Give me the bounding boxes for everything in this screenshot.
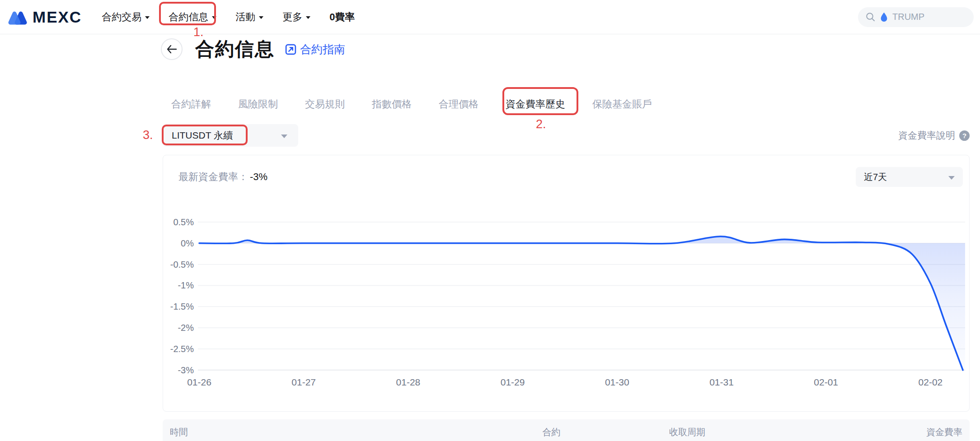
tab-contract-details[interactable]: 合約詳解 bbox=[171, 97, 211, 111]
tab-trading-rules[interactable]: 交易規則 bbox=[305, 97, 345, 111]
chevron-down-icon bbox=[948, 176, 955, 180]
search-box[interactable] bbox=[858, 7, 974, 27]
tab-funding-rate-history[interactable]: 資金費率歷史 bbox=[506, 97, 565, 111]
hot-flame-icon bbox=[880, 12, 888, 22]
funding-rate-area-fill bbox=[199, 237, 965, 370]
question-mark-icon: ? bbox=[959, 130, 970, 141]
tab-insurance-fund[interactable]: 保險基金賬戶 bbox=[592, 97, 652, 111]
card-header: 最新資金費率： -3% 近7天 bbox=[163, 155, 969, 187]
back-button[interactable] bbox=[161, 38, 183, 60]
y-axis-tick: -3% bbox=[178, 365, 194, 375]
x-axis-tick: 01-27 bbox=[291, 377, 316, 387]
top-nav: MEXC 合約交易 合約信息 活動 更多 0費率 bbox=[0, 0, 980, 34]
nav-item-futures-trading[interactable]: 合約交易 bbox=[99, 8, 152, 27]
funding-rate-line bbox=[199, 237, 963, 370]
arrow-left-icon bbox=[166, 45, 177, 54]
nav-item-zero-fee[interactable]: 0費率 bbox=[327, 8, 357, 27]
funding-rate-help-link[interactable]: 資金費率說明 ? bbox=[898, 129, 970, 142]
funding-rate-card: 最新資金費率： -3% 近7天 0.5%0%-0.5%-1%-1.5%-2%-2… bbox=[163, 155, 970, 412]
tab-risk-limit[interactable]: 風險限制 bbox=[238, 97, 278, 111]
nav-item-more[interactable]: 更多 bbox=[280, 8, 313, 27]
search-input[interactable] bbox=[892, 12, 947, 22]
brand-wordmark: MEXC bbox=[33, 8, 82, 26]
contract-select-value: LITUSDT 永續 bbox=[172, 129, 233, 142]
contract-select[interactable]: LITUSDT 永續 bbox=[163, 124, 298, 147]
history-table-header: 時間 合約 收取周期 資金費率 bbox=[163, 419, 970, 441]
nav-item-events[interactable]: 活動 bbox=[233, 8, 266, 27]
x-axis-tick: 01-31 bbox=[709, 377, 734, 387]
mexc-logo[interactable]: MEXC bbox=[6, 8, 82, 26]
chevron-down-icon bbox=[281, 135, 287, 138]
latest-rate-value: -3% bbox=[250, 171, 267, 183]
x-axis-tick: 02-01 bbox=[814, 377, 838, 387]
mexc-mountains-icon bbox=[6, 9, 27, 26]
funding-rate-chart: 0.5%0%-0.5%-1%-1.5%-2%-2.5%-3%01-2601-27… bbox=[163, 209, 970, 398]
nav-menu: 合約交易 合約信息 活動 更多 0費率 bbox=[99, 8, 357, 27]
y-axis-tick: 0% bbox=[181, 238, 194, 248]
info-tabs: 合約詳解 風險限制 交易規則 指數價格 合理價格 資金費率歷史 保險基金賬戶 bbox=[171, 98, 980, 111]
col-header-interval: 收取周期 bbox=[669, 426, 828, 438]
y-axis-tick: 0.5% bbox=[173, 217, 194, 227]
x-axis-tick: 01-30 bbox=[605, 377, 629, 387]
tab-fair-price[interactable]: 合理價格 bbox=[439, 97, 478, 111]
time-range-value: 近7天 bbox=[864, 171, 887, 183]
col-header-contract: 合約 bbox=[542, 426, 669, 438]
chevron-down-icon bbox=[145, 16, 150, 19]
time-range-select[interactable]: 近7天 bbox=[856, 167, 963, 187]
latest-rate-label: 最新資金費率： bbox=[178, 170, 248, 184]
x-axis-tick: 01-26 bbox=[187, 377, 211, 387]
y-axis-tick: -1.5% bbox=[170, 302, 194, 311]
chevron-down-icon bbox=[306, 16, 310, 19]
x-axis-tick: 01-28 bbox=[396, 377, 421, 387]
tab-index-price[interactable]: 指數價格 bbox=[372, 97, 412, 111]
x-axis-tick: 01-29 bbox=[501, 377, 525, 387]
chevron-down-icon bbox=[259, 16, 263, 19]
contract-guide-link[interactable]: 合約指南 bbox=[285, 42, 345, 57]
annotation-label-step3: 3. bbox=[143, 128, 153, 142]
y-axis-tick: -1% bbox=[178, 280, 194, 290]
search-icon bbox=[865, 12, 876, 22]
col-header-funding-rate: 資金費率 bbox=[828, 426, 962, 438]
x-axis-tick: 02-02 bbox=[919, 377, 943, 387]
y-axis-tick: -2.5% bbox=[170, 344, 194, 354]
nav-item-contract-info[interactable]: 合約信息 bbox=[166, 8, 219, 27]
guide-external-icon bbox=[285, 43, 297, 56]
col-header-time: 時間 bbox=[170, 426, 542, 438]
y-axis-tick: -2% bbox=[178, 323, 194, 333]
page-title: 合約信息 bbox=[195, 37, 275, 62]
page-header: 合約信息 合約指南 bbox=[161, 38, 980, 60]
chevron-down-icon bbox=[212, 16, 216, 19]
latest-funding-rate: 最新資金費率： -3% bbox=[178, 170, 267, 184]
y-axis-tick: -0.5% bbox=[170, 260, 194, 269]
filter-row: LITUSDT 永續 資金費率說明 ? bbox=[163, 124, 970, 147]
